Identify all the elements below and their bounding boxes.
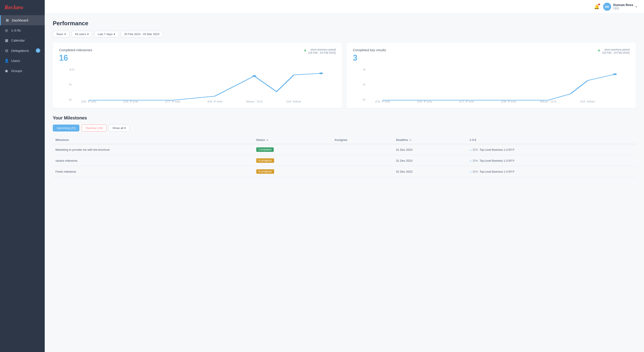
calendar-icon: ▦ — [4, 38, 8, 42]
trend-up-icon: ▲ — [597, 48, 601, 52]
since-previous: ▲ since previous period (18 Feb - 24 Feb… — [597, 48, 630, 54]
sidebar-nav: ⊞ Dashboard ◎ 1-3-5s ▦ Calendar ⊟ Delega… — [0, 15, 45, 76]
user-role: CEO — [613, 7, 633, 10]
since-previous: ▲ since previous period (18 Feb - 24 Feb… — [304, 48, 336, 54]
card-header: Completed milestones 16 ▲ since previous… — [59, 48, 336, 64]
svg-text:27 Feb: 27 Feb — [165, 100, 180, 103]
pct-icon: ↘ — [469, 148, 472, 152]
user-info: Duncan Ross CEO — [613, 3, 633, 10]
chevron-down-icon: ▾ — [124, 126, 126, 130]
col-deadline[interactable]: Deadline ⇅ — [393, 136, 467, 144]
table-row[interactable]: sarahs milestone In progress 31 Dec 2023… — [53, 155, 636, 166]
chevron-down-icon: ▾ — [114, 32, 115, 36]
135s-icon: ◎ — [4, 28, 8, 32]
svg-point-10 — [319, 72, 323, 74]
svg-text:10: 10 — [69, 68, 74, 71]
overdue-filter-btn[interactable]: Overdue (19) — [82, 124, 106, 132]
completed-keyresults-card: Completed key results 3 ▲ since previous… — [346, 43, 636, 108]
obj-name: Top-Level Business 1-3-5® P — [480, 148, 514, 152]
status-badge: Completed — [256, 147, 274, 152]
col-status[interactable]: Status ⇅ — [254, 136, 332, 144]
svg-text:4: 4 — [363, 68, 366, 71]
sidebar-item-label: Dashboard — [12, 18, 28, 22]
milestone-name: sarahs milestone — [53, 155, 254, 166]
svg-text:28 Feb: 28 Feb — [207, 100, 222, 103]
table-row[interactable]: Marketing to provide me with the brochur… — [53, 144, 636, 155]
dashboard-icon: ⊞ — [5, 18, 9, 22]
main-content: 🔔 DR Duncan Ross CEO ▾ Performance Team … — [45, 0, 644, 352]
notifications-bell[interactable]: 🔔 — [594, 4, 600, 10]
logo: Reclaro — [0, 0, 45, 15]
period-filter[interactable]: Last 7 days ▾ — [94, 31, 119, 37]
allusers-filter[interactable]: All users ▾ — [72, 31, 92, 37]
milestone-assignee — [332, 166, 393, 177]
milestone-135: ↘ 32% Top-Level Business 1-3-5® P — [467, 144, 636, 155]
upcoming-filter-btn[interactable]: Upcoming (21) — [53, 124, 80, 132]
svg-text:26 Feb: 26 Feb — [417, 100, 432, 103]
chevron-down-icon: ▾ — [87, 32, 89, 36]
keyresults-chart: 4 2 0 25 Feb 26 Feb 27 Feb 28 Feb Mar '2… — [353, 67, 630, 103]
sidebar-item-label: Delegations — [11, 49, 29, 52]
card-title: Completed key results — [353, 48, 386, 52]
svg-point-9 — [252, 75, 256, 77]
card-title: Completed milestones — [59, 48, 92, 52]
svg-text:25 Feb: 25 Feb — [81, 100, 96, 103]
sidebar-item-users[interactable]: 👤 Users — [0, 56, 45, 66]
user-menu[interactable]: DR Duncan Ross CEO ▾ — [603, 3, 637, 11]
svg-text:28 Feb: 28 Feb — [501, 100, 516, 103]
team-filter[interactable]: Team ▾ — [53, 31, 69, 37]
delegations-badge: 1 — [36, 48, 40, 53]
sidebar-item-calendar[interactable]: ▦ Calendar — [0, 35, 45, 46]
sidebar-item-dashboard[interactable]: ⊞ Dashboard — [0, 15, 45, 25]
groups-icon: ◉ — [4, 69, 8, 73]
completed-milestones-card: Completed milestones 16 ▲ since previous… — [53, 43, 342, 108]
card-number: 16 — [59, 53, 92, 62]
svg-text:Mar '23: Mar '23 — [246, 100, 262, 103]
pct-value: 32% — [472, 159, 478, 162]
milestone-deadline: 31 Dec 2023 — [393, 155, 467, 166]
notification-dot — [598, 4, 600, 5]
milestones-section-title: Your Milestones — [53, 116, 636, 120]
svg-text:0: 0 — [69, 98, 72, 101]
sidebar-item-label: Users — [11, 59, 20, 62]
sort-icon: ⇅ — [266, 139, 268, 141]
page-content: Performance Team ▾ All users ▾ Last 7 da… — [45, 14, 644, 184]
show-all-filter-btn[interactable]: Show all ▾ — [109, 124, 130, 132]
svg-text:5: 5 — [69, 84, 72, 86]
sidebar-item-135s[interactable]: ◎ 1-3-5s — [0, 25, 45, 35]
sidebar-item-label: Groups — [11, 69, 22, 73]
your-milestones-section: Your Milestones Upcoming (21) Overdue (1… — [53, 116, 636, 177]
svg-text:25 Feb: 25 Feb — [375, 100, 390, 103]
sidebar-item-delegations[interactable]: ⊟ Delegations 1 — [0, 46, 45, 56]
milestone-deadline: 31 Dec 2023 — [393, 144, 467, 155]
chevron-down-icon: ▾ — [64, 32, 66, 36]
sidebar-item-groups[interactable]: ◉ Groups — [0, 66, 45, 76]
status-badge: In progress — [256, 169, 274, 174]
sidebar: Reclaro ⊞ Dashboard ◎ 1-3-5s ▦ Calendar … — [0, 0, 45, 352]
milestone-status: In progress — [254, 155, 332, 166]
svg-text:Mar '23: Mar '23 — [540, 100, 556, 103]
milestones-chart: 10 5 0 25 Feb 26 Feb 27 Feb 28 Feb Mar '… — [59, 67, 336, 103]
svg-text:27 Feb: 27 Feb — [459, 100, 474, 103]
card-number: 3 — [353, 53, 386, 62]
delegations-icon: ⊟ — [4, 48, 8, 53]
milestone-135: ↘ 32% Top-Level Business 1-3-5® P — [467, 166, 636, 177]
milestone-deadline: 31 Dec 2023 — [393, 166, 467, 177]
milestones-table: Milestone Status ⇅ Assignee Deadline ⇅ 1… — [53, 136, 636, 177]
user-menu-chevron: ▾ — [636, 5, 637, 8]
status-badge: In progress — [256, 158, 274, 163]
milestone-filter-bar: Upcoming (21) Overdue (19) Show all ▾ — [53, 124, 636, 132]
svg-text:02 Mar: 02 Mar — [286, 100, 302, 103]
users-icon: 👤 — [4, 58, 8, 63]
svg-text:02 Mar: 02 Mar — [580, 100, 596, 103]
obj-name: Top-Level Business 1-3-5® P — [480, 159, 514, 162]
sidebar-item-label: 1-3-5s — [11, 28, 21, 32]
pct-value: 32% — [472, 148, 478, 152]
svg-text:0: 0 — [363, 98, 366, 101]
col-135: 1-3-5 — [467, 136, 636, 144]
milestone-135: ↘ 32% Top-Level Business 1-3-5® P — [467, 155, 636, 166]
table-row[interactable]: Freds milestone In progress 31 Dec 2023 … — [53, 166, 636, 177]
col-milestone: Milestone — [53, 136, 254, 144]
sort-icon: ⇅ — [410, 139, 411, 141]
obj-name: Top-Level Business 1-3-5® P — [480, 170, 514, 173]
